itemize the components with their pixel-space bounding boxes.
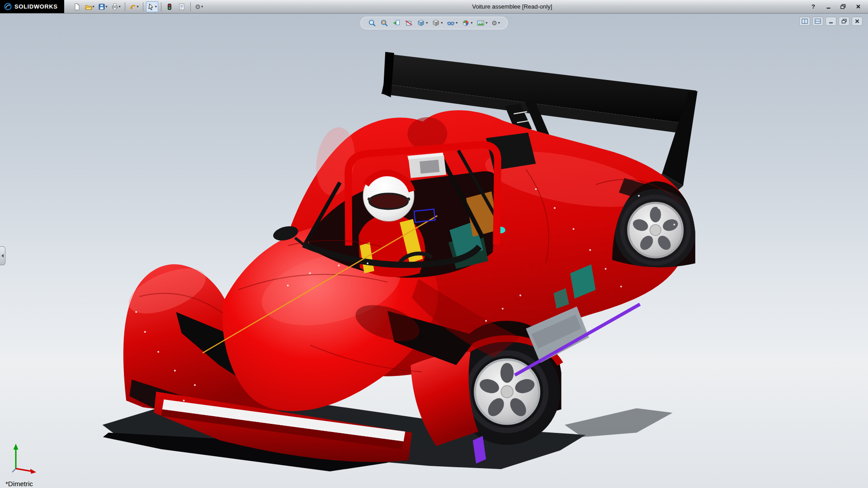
rear-view-mirror [407,153,446,178]
view-orientation-cube-icon [417,19,425,27]
viewport-pane-toggle-2-button[interactable] [812,17,823,26]
save-floppy-icon [98,3,105,10]
viewport-pane-toggle-1-button[interactable] [799,17,810,26]
edit-appearance-caret[interactable]: ▾ [471,21,472,25]
rebuild-button[interactable] [164,1,175,12]
new-document-button[interactable] [71,1,83,12]
appearance-ball-icon [462,19,470,27]
print-button[interactable]: ▾ [110,1,122,12]
undo-button[interactable]: ▾ [128,1,140,12]
toolbar-separator [161,2,161,11]
helmet-visor [369,193,408,209]
save-dropdown-caret[interactable]: ▾ [106,5,108,9]
display-style-caret[interactable]: ▾ [441,21,443,25]
main-toolbar: ▾ ▾ ▾ ▾ [71,1,205,12]
zoom-to-fit-icon [368,19,376,27]
undo-arrow-icon [129,3,137,10]
close-icon [856,4,861,9]
brand-text: SOLIDWORKS [14,3,58,10]
new-document-icon [73,3,80,10]
previous-view-button[interactable] [392,19,401,28]
titlebar: SOLIDWORKS ▾ ▾ [0,0,868,14]
minimize-icon [826,4,831,9]
section-view-button[interactable] [404,19,414,28]
options-button[interactable]: ⚙ ▾ [193,1,205,12]
minimize-document-button[interactable] [826,17,836,26]
document-window-controls [799,17,863,26]
toolbar-separator [190,2,191,11]
previous-view-icon [392,19,401,27]
file-properties-button[interactable] [176,1,188,12]
edit-appearance-button[interactable]: ▾ [461,19,473,28]
view-settings-caret[interactable]: ▾ [498,21,500,25]
view-settings-gear-icon: ⚙ [491,19,497,27]
zoom-to-area-icon [380,19,388,27]
apply-scene-button[interactable]: ▾ [476,19,488,28]
view-orientation-button[interactable]: ▾ [416,19,429,28]
section-view-icon [405,19,413,27]
solidworks-logo: SOLIDWORKS [0,0,64,13]
graphics-viewport[interactable]: ▾ ▾ ▾ [0,13,868,488]
zoom-to-fit-button[interactable] [367,19,377,28]
display-style-cube-icon [432,19,440,27]
z-axis-stub [12,469,16,472]
undo-dropdown-caret[interactable]: ▾ [137,5,139,9]
dassault-systemes-icon [4,3,12,10]
options-gear-icon: ⚙ [195,3,201,10]
hide-show-glasses-icon [447,19,455,27]
close-document-icon [854,19,860,24]
open-button[interactable]: ▾ [84,1,96,12]
rebuild-traffic-light-icon [166,3,173,10]
open-folder-icon [85,3,92,10]
restore-document-button[interactable] [839,17,849,26]
options-dropdown-caret[interactable]: ▾ [201,5,203,9]
model-scene[interactable] [0,13,868,488]
file-properties-icon [178,3,185,10]
window-title: Voiture assemblee [Read-only] [472,0,552,13]
select-dropdown-caret[interactable]: ▾ [155,5,157,9]
panel-expand-tab[interactable] [0,246,5,265]
collapse-arrow-icon [1,254,4,258]
toolbar-separator [125,2,125,11]
minimize-document-icon [828,19,834,24]
view-orientation-caret[interactable]: ▾ [426,21,428,25]
close-window-button[interactable] [853,2,863,11]
close-document-button[interactable] [852,17,863,26]
heads-up-view-toolbar: ▾ ▾ ▾ [360,17,508,29]
hide-show-items-button[interactable]: ▾ [446,19,458,28]
restore-window-button[interactable] [838,2,849,11]
apply-scene-caret[interactable]: ▾ [486,21,487,25]
help-button[interactable]: ? [808,2,819,11]
toolbar-separator [143,2,143,11]
scene-picture-icon [476,19,485,27]
open-dropdown-caret[interactable]: ▾ [93,5,94,9]
select-button[interactable]: ▾ [146,1,158,12]
print-dropdown-caret[interactable]: ▾ [119,5,121,9]
select-cursor-icon [147,3,155,10]
reference-triad [10,442,40,476]
restore-icon [840,4,846,9]
display-style-button[interactable]: ▾ [431,19,443,28]
view-orientation-label: *Dimetric [5,480,33,488]
print-icon [111,3,118,10]
y-axis-arrow [14,444,19,450]
pane-horizontal-split-icon [815,19,821,24]
pane-vertical-split-icon [802,19,808,24]
view-settings-button[interactable]: ⚙ ▾ [491,19,501,27]
x-axis-arrow [30,469,36,474]
hide-show-items-caret[interactable]: ▾ [456,21,458,25]
restore-document-icon [841,19,847,24]
window-controls: ? [808,0,863,13]
zoom-to-area-button[interactable] [379,19,389,28]
save-button[interactable]: ▾ [97,1,109,12]
minimize-window-button[interactable] [823,2,834,11]
